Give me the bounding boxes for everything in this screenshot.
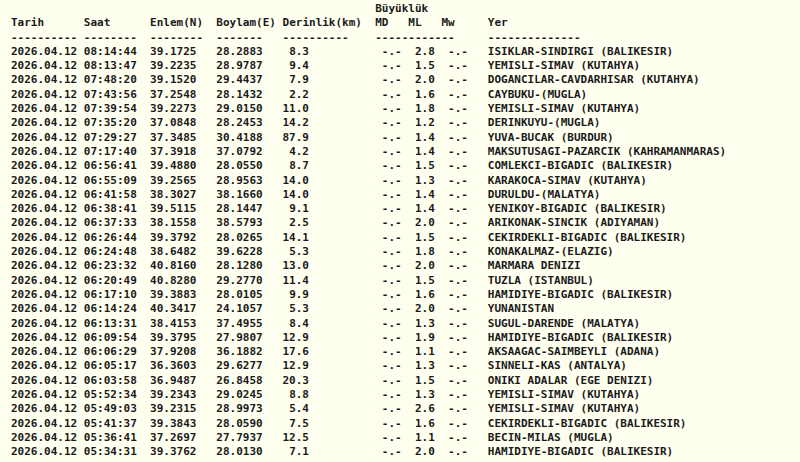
cell-place: COMLEKCI-BIGADIC (BALIKESIR) <box>488 159 673 173</box>
cell-date: 2026.04.12 <box>11 145 77 159</box>
earthquake-row: 2026.04.12 06:17:10 39.3883 28.0105 9.9 … <box>11 288 800 302</box>
cell-md: -.- <box>382 202 402 216</box>
cell-latitude: 39.2273 <box>150 102 196 116</box>
cell-mw: -.- <box>448 216 468 230</box>
cell-mw: -.- <box>448 245 468 259</box>
earthquake-row: 2026.04.12 08:14:44 39.1725 28.2883 8.3 … <box>11 45 800 59</box>
cell-date: 2026.04.12 <box>11 45 77 59</box>
cell-mw: -.- <box>448 331 468 345</box>
cell-ml: 1.2 <box>415 116 435 130</box>
cell-ml: 1.5 <box>415 231 435 245</box>
cell-place: DURULDU-(MALATYA) <box>488 188 601 202</box>
cell-latitude: 38.4153 <box>150 317 196 331</box>
cell-time: 08:14:44 <box>84 45 137 59</box>
cell-latitude: 40.8160 <box>150 259 196 273</box>
cell-date: 2026.04.12 <box>11 331 77 345</box>
earthquake-row: 2026.04.12 06:37:33 38.1558 38.5793 2.5 … <box>11 216 800 230</box>
cell-ml: 1.9 <box>415 331 435 345</box>
cell-latitude: 39.1520 <box>150 73 196 87</box>
cell-md: -.- <box>382 345 402 359</box>
separator-latitude: -------- <box>150 31 203 45</box>
earthquake-row: 2026.04.12 05:34:31 39.3762 28.0130 7.1 … <box>11 445 800 459</box>
cell-latitude: 37.0848 <box>150 116 196 130</box>
cell-depth: 12.5 <box>256 431 309 445</box>
cell-date: 2026.04.12 <box>11 231 77 245</box>
cell-latitude: 40.3417 <box>150 302 196 316</box>
cell-place: YEMISLI-SIMAV (KUTAHYA) <box>488 102 640 116</box>
cell-time: 06:14:24 <box>84 302 137 316</box>
cell-time: 07:43:56 <box>84 88 137 102</box>
cell-mw: -.- <box>448 417 468 431</box>
cell-md: -.- <box>382 188 402 202</box>
cell-date: 2026.04.12 <box>11 317 77 331</box>
cell-md: -.- <box>382 388 402 402</box>
cell-date: 2026.04.12 <box>11 388 77 402</box>
cell-depth: 7.5 <box>256 417 309 431</box>
earthquake-row: 2026.04.12 07:43:56 37.2548 28.1432 2.2 … <box>11 88 800 102</box>
cell-latitude: 39.2343 <box>150 388 196 402</box>
separator-date: ---------- <box>11 31 77 45</box>
cell-md: -.- <box>382 331 402 345</box>
cell-depth: 87.9 <box>256 131 309 145</box>
cell-ml: 2.0 <box>415 73 435 87</box>
cell-place: SINNELI-KAS (ANTALYA) <box>488 359 627 373</box>
cell-depth: 5.4 <box>256 402 309 416</box>
column-header-time: Saat <box>84 16 111 30</box>
column-header-place: Yer <box>488 16 508 30</box>
cell-mw: -.- <box>448 388 468 402</box>
cell-time: 07:39:54 <box>84 102 137 116</box>
cell-md: -.- <box>382 45 402 59</box>
cell-place: YUNANISTAN <box>488 302 554 316</box>
cell-mw: -.- <box>448 73 468 87</box>
cell-time: 07:48:20 <box>84 73 137 87</box>
cell-md: -.- <box>382 445 402 459</box>
cell-md: -.- <box>382 216 402 230</box>
cell-latitude: 39.3762 <box>150 445 196 459</box>
cell-place: MAKSUTUSAGI-PAZARCIK (KAHRAMANMARAS) <box>488 145 726 159</box>
cell-ml: 1.6 <box>415 288 435 302</box>
cell-latitude: 36.3603 <box>150 359 196 373</box>
cell-md: -.- <box>382 431 402 445</box>
separator-depth: ---------- <box>283 31 349 45</box>
earthquake-row: 2026.04.12 06:05:17 36.3603 29.6277 12.9… <box>11 359 800 373</box>
cell-md: -.- <box>382 159 402 173</box>
cell-mw: -.- <box>448 374 468 388</box>
cell-md: -.- <box>382 116 402 130</box>
cell-mw: -.- <box>448 231 468 245</box>
earthquake-row: 2026.04.12 06:38:41 39.5115 28.1447 9.1 … <box>11 202 800 216</box>
cell-ml: 1.5 <box>415 274 435 288</box>
cell-latitude: 38.6482 <box>150 245 196 259</box>
cell-place: ONIKI ADALAR (EGE DENIZI) <box>488 374 654 388</box>
cell-date: 2026.04.12 <box>11 274 77 288</box>
column-header-longitude: Boylam(E) <box>216 16 276 30</box>
cell-latitude: 39.2235 <box>150 59 196 73</box>
cell-place: DOGANCILAR-CAVDARHISAR (KUTAHYA) <box>488 73 700 87</box>
cell-latitude: 37.3918 <box>150 145 196 159</box>
cell-latitude: 39.4880 <box>150 159 196 173</box>
cell-place: YEMISLI-SIMAV (KUTAHYA) <box>488 388 640 402</box>
cell-depth: 9.4 <box>256 59 309 73</box>
cell-latitude: 39.2565 <box>150 174 196 188</box>
cell-place: KONAKALMAZ-(ELAZIG) <box>488 245 614 259</box>
cell-mw: -.- <box>448 359 468 373</box>
cell-depth: 14.2 <box>256 116 309 130</box>
cell-ml: 1.3 <box>415 359 435 373</box>
cell-place: YENIKOY-BIGADIC (BALIKESIR) <box>488 202 667 216</box>
cell-time: 05:41:37 <box>84 417 137 431</box>
separator-magnitude: ------------ <box>375 31 454 45</box>
cell-md: -.- <box>382 402 402 416</box>
earthquake-row: 2026.04.12 06:06:29 37.9208 36.1882 17.6… <box>11 345 800 359</box>
cell-ml: 2.0 <box>415 259 435 273</box>
cell-time: 07:17:40 <box>84 145 137 159</box>
cell-date: 2026.04.12 <box>11 159 77 173</box>
cell-time: 06:03:58 <box>84 374 137 388</box>
cell-time: 06:20:49 <box>84 274 137 288</box>
rows: 2026.04.12 08:14:44 39.1725 28.2883 8.3 … <box>11 45 800 460</box>
cell-date: 2026.04.12 <box>11 445 77 459</box>
cell-time: 06:37:33 <box>84 216 137 230</box>
cell-place: AKSAAGAC-SAIMBEYLI (ADANA) <box>488 345 660 359</box>
cell-depth: 14.0 <box>256 188 309 202</box>
cell-depth: 7.9 <box>256 73 309 87</box>
cell-md: -.- <box>382 302 402 316</box>
cell-place: YEMISLI-SIMAV (KUTAHYA) <box>488 402 640 416</box>
